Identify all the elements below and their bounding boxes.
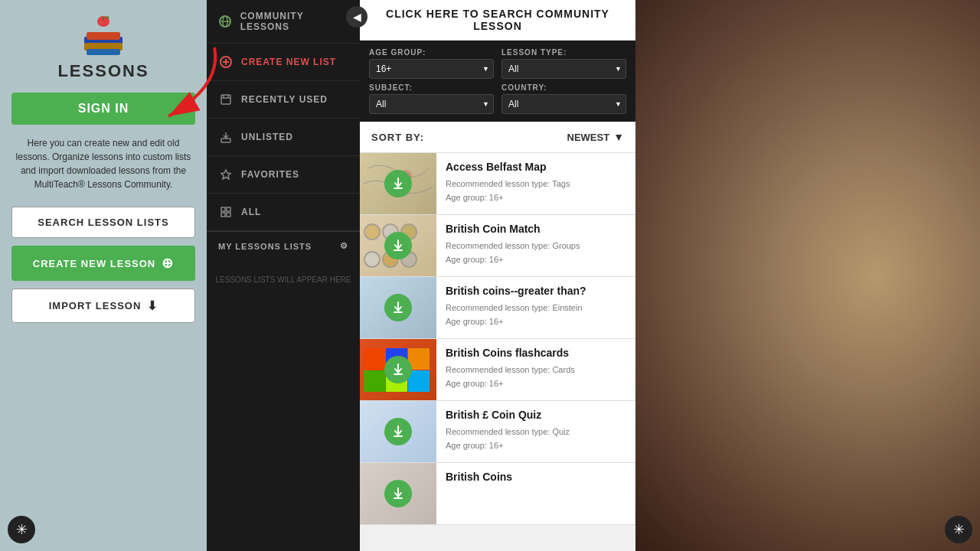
lesson-title: British coins--greater than?: [446, 285, 626, 297]
country-select[interactable]: All UK US: [501, 94, 626, 114]
globe-icon: [218, 14, 233, 29]
import-lesson-button[interactable]: IMPORT LESSON ⬇: [11, 289, 195, 323]
download-icon[interactable]: [384, 294, 412, 321]
create-new-lesson-button[interactable]: CREATE NEW LESSON ⊕: [11, 246, 195, 281]
my-lessons-lists-header: MY LESSONS LISTS ⚙: [207, 231, 360, 260]
search-lesson-lists-button[interactable]: SEARCH LESSON LISTS: [11, 207, 195, 238]
grid-icon: [218, 204, 234, 220]
age-group-label: AGE GROUP:: [369, 48, 494, 57]
svg-rect-22: [394, 187, 403, 189]
left-panel: LESSONS SIGN IN Here you can create new …: [0, 0, 207, 551]
download-icon[interactable]: [384, 170, 412, 197]
create-new-list-label: CREATE NEW LIST: [241, 57, 336, 67]
country-select-wrap[interactable]: All UK US: [501, 94, 626, 114]
background-area: [635, 0, 980, 551]
plus-circle-icon: [218, 54, 234, 70]
nav-favorites[interactable]: FAVORITES: [207, 156, 360, 194]
favorites-label: FAVORITES: [241, 169, 299, 180]
background-image: [635, 0, 980, 551]
community-lessons-label: COMMUNITY LESSONS: [240, 11, 348, 32]
nav-create-new-list[interactable]: CREATE NEW LIST: [207, 44, 360, 81]
subject-label: SUBJECT:: [369, 83, 494, 92]
all-label: ALL: [241, 207, 261, 217]
lesson-thumbnail: [360, 463, 436, 524]
download-icon[interactable]: [384, 480, 412, 507]
filter-row-1: AGE GROUP: 16+ All 6-8 9-12 LESSON TYPE:…: [369, 48, 626, 79]
svg-rect-3: [87, 32, 120, 40]
search-header[interactable]: CLICK HERE TO SEARCH COMMUNITY LESSON: [360, 0, 635, 41]
subject-select[interactable]: All Math Science: [369, 94, 494, 114]
lesson-info: British Coins flashcardsRecommended less…: [436, 339, 635, 400]
upload-icon: [218, 129, 234, 145]
lesson-thumbnail: [360, 277, 436, 338]
lesson-type-select-wrap[interactable]: All Tags Groups Cards: [501, 59, 626, 79]
lesson-info: Access Belfast MapRecommended lesson typ…: [436, 153, 635, 214]
middle-panel: COMMUNITY LESSONS CREATE NEW LIST RECENT…: [207, 0, 360, 551]
create-lesson-label: CREATE NEW LESSON: [33, 258, 156, 269]
lesson-meta: Recommended lesson type: GroupsAge group…: [446, 240, 626, 266]
nav-unlisted[interactable]: UNLISTED: [207, 119, 360, 156]
svg-rect-1: [103, 17, 104, 21]
lesson-thumbnail: [360, 153, 436, 214]
subject-filter: SUBJECT: All Math Science: [369, 83, 494, 114]
lesson-meta: Recommended lesson type: EinsteinAge gro…: [446, 302, 626, 328]
list-item[interactable]: Access Belfast MapRecommended lesson typ…: [360, 153, 635, 215]
filter-row-2: SUBJECT: All Math Science COUNTRY: All U…: [369, 83, 626, 114]
country-filter: COUNTRY: All UK US: [501, 83, 626, 114]
subject-select-wrap[interactable]: All Math Science: [369, 94, 494, 114]
list-item[interactable]: British Coin MatchRecommended lesson typ…: [360, 215, 635, 277]
chevron-down-icon: ▼: [613, 131, 624, 143]
lesson-type-label: LESSON TYPE:: [501, 48, 626, 57]
gear-icon[interactable]: ⚙: [340, 241, 348, 251]
logo-icon: [80, 15, 126, 57]
age-group-filter: AGE GROUP: 16+ All 6-8 9-12: [369, 48, 494, 79]
bottom-right-button[interactable]: ✳: [945, 516, 972, 543]
sort-by-label: SORT BY:: [371, 132, 424, 143]
list-item[interactable]: British coins--greater than?Recommended …: [360, 277, 635, 339]
lessons-list: Access Belfast MapRecommended lesson typ…: [360, 153, 635, 551]
sign-in-button[interactable]: SIGN IN: [11, 93, 195, 125]
svg-rect-5: [87, 49, 120, 55]
lesson-info: British Coin MatchRecommended lesson typ…: [436, 215, 635, 276]
lesson-info: British Coins: [436, 463, 635, 524]
logo-area: LESSONS: [57, 15, 149, 81]
nav-recently-used[interactable]: RECENTLY USED: [207, 81, 360, 119]
my-lessons-lists-label: MY LESSONS LISTS: [218, 242, 312, 251]
svg-rect-27: [394, 435, 403, 437]
sort-value[interactable]: NEWEST ▼: [567, 131, 624, 143]
download-icon[interactable]: [384, 232, 412, 259]
lesson-thumbnail: [360, 401, 436, 462]
nav-community-lessons[interactable]: COMMUNITY LESSONS: [207, 0, 360, 44]
lesson-thumbnail: [360, 339, 436, 400]
lesson-thumbnail: [360, 215, 436, 276]
back-button[interactable]: ◀: [346, 6, 368, 28]
svg-rect-20: [221, 213, 225, 217]
age-group-select-wrap[interactable]: 16+ All 6-8 9-12: [369, 59, 494, 79]
filters-area: AGE GROUP: 16+ All 6-8 9-12 LESSON TYPE:…: [360, 41, 635, 122]
list-item[interactable]: British Coins flashcardsRecommended less…: [360, 339, 635, 401]
lesson-title: British £ Coin Quiz: [446, 409, 626, 421]
age-group-select[interactable]: 16+ All 6-8 9-12: [369, 59, 494, 79]
list-item[interactable]: British £ Coin QuizRecommended lesson ty…: [360, 401, 635, 463]
lesson-title: British Coins: [446, 471, 626, 483]
lesson-type-filter: LESSON TYPE: All Tags Groups Cards: [501, 48, 626, 79]
lessons-list-empty-text: LESSONS LISTS WILL APPEAR HERE: [207, 260, 360, 299]
svg-rect-26: [394, 373, 403, 375]
download-icon[interactable]: [384, 356, 412, 383]
svg-rect-21: [227, 213, 230, 217]
list-item[interactable]: British Coins: [360, 463, 635, 525]
lesson-meta: Recommended lesson type: CardsAge group:…: [446, 364, 626, 390]
bottom-left-button[interactable]: ✳: [8, 516, 35, 543]
lesson-title: British Coin Match: [446, 223, 626, 235]
svg-rect-25: [394, 311, 403, 313]
svg-rect-16: [221, 139, 230, 142]
import-lesson-label: IMPORT LESSON: [49, 300, 142, 311]
lesson-title: British Coins flashcards: [446, 347, 626, 359]
nav-all[interactable]: ALL: [207, 194, 360, 231]
lesson-meta: Recommended lesson type: TagsAge group: …: [446, 178, 626, 204]
unlisted-label: UNLISTED: [241, 132, 293, 142]
sort-bar: SORT BY: NEWEST ▼: [360, 122, 635, 153]
svg-rect-24: [394, 249, 403, 251]
download-icon[interactable]: [384, 418, 412, 445]
lesson-type-select[interactable]: All Tags Groups Cards: [501, 59, 626, 79]
